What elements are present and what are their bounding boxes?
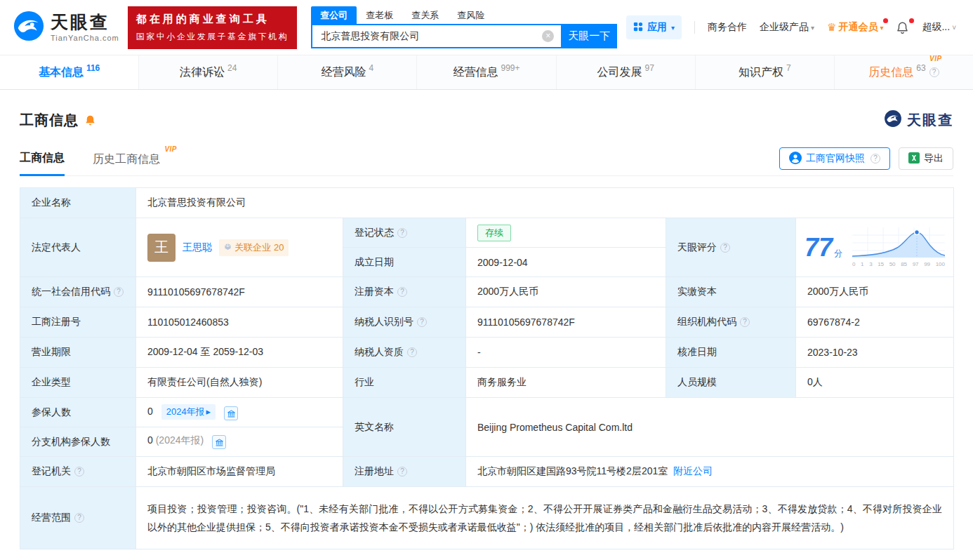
- field-value-english-name: Beijing Prometheus Capital Com.ltd: [466, 398, 954, 457]
- search-tab-boss[interactable]: 查老板: [357, 6, 402, 24]
- tab-count: 63: [916, 63, 925, 73]
- tab-operation-info[interactable]: 经营信息 999+: [417, 55, 556, 89]
- help-icon[interactable]: ?: [397, 228, 407, 238]
- bank-icon-button[interactable]: [224, 406, 238, 420]
- field-value-company-type: 有限责任公司(自然人独资): [136, 368, 343, 398]
- red-dot-badge: [883, 18, 888, 23]
- field-label-insured-count: 参保人数: [20, 398, 136, 427]
- help-icon[interactable]: ?: [871, 154, 880, 164]
- banner-line1: 都在用的商业查询工具: [136, 13, 289, 26]
- field-label-branch-insured: 分支机构参保人数: [20, 427, 136, 457]
- search-area: 查公司 查老板 查关系 查风险 × 天眼一下: [311, 6, 617, 48]
- field-value-industry: 商务服务业: [466, 368, 666, 398]
- field-label-reg-status: 登记状态?: [343, 218, 466, 248]
- arrow-right-icon: ▸: [206, 406, 211, 417]
- subtab-business-info[interactable]: 工商信息: [20, 151, 65, 176]
- table-row: 经营范围? 项目投资；投资管理；投资咨询。("1、未经有关部门批准，不得以公开方…: [20, 487, 954, 549]
- tab-operation-risk[interactable]: 经营风险 4: [278, 55, 417, 89]
- search-input[interactable]: [311, 24, 561, 48]
- tab-label: 基本信息: [39, 65, 84, 80]
- nav-super-vip[interactable]: 超级... ˅: [922, 21, 956, 34]
- help-icon[interactable]: ?: [740, 317, 750, 327]
- help-icon[interactable]: ?: [407, 347, 417, 357]
- tab-intellectual-property[interactable]: 知识产权 7: [696, 55, 835, 89]
- legal-rep-avatar[interactable]: 王: [147, 234, 176, 262]
- official-snapshot-button[interactable]: 工商官网快照 ?: [779, 147, 890, 170]
- table-row: 登记机关? 北京市朝阳区市场监督管理局 注册地址? 北京市朝阳区建国路93号院1…: [20, 457, 954, 487]
- help-icon[interactable]: ?: [720, 243, 730, 253]
- field-label-company-type: 企业类型: [20, 368, 136, 398]
- score-chart-ticks: 01 315 5085 9799 100: [852, 261, 945, 267]
- tab-history-info[interactable]: VIP 历史信息 63 ?: [835, 55, 973, 89]
- subscribe-bell-icon[interactable]: [84, 114, 96, 126]
- field-label-staff-size: 人员规模: [666, 368, 796, 398]
- nav-super-label: 超级...: [922, 21, 950, 34]
- help-icon[interactable]: ?: [74, 513, 84, 523]
- help-icon[interactable]: ?: [397, 467, 407, 476]
- field-label-english-name: 英文名称: [343, 398, 466, 457]
- logo-subtitle: TianYanCha.com: [51, 34, 119, 42]
- field-value-reg-status: 存续: [466, 218, 666, 248]
- vip-tag: VIP: [929, 55, 942, 62]
- field-label-taxpayer-quality: 纳税人资质?: [343, 338, 466, 368]
- related-companies-count: 20: [274, 242, 284, 253]
- cube-icon: [224, 242, 232, 253]
- field-label-reg-authority: 登记机关?: [20, 457, 136, 487]
- annual-report-link[interactable]: 2024年报 ▸: [161, 404, 216, 420]
- search-button[interactable]: 天眼一下: [561, 24, 617, 48]
- help-icon[interactable]: ?: [417, 317, 427, 327]
- person-circle-icon: [789, 152, 802, 166]
- help-icon[interactable]: ?: [74, 467, 84, 476]
- field-value-credit-code: 91110105697678742F: [136, 277, 343, 307]
- tab-label: 历史信息: [868, 65, 913, 80]
- legal-rep-name-link[interactable]: 王思聪: [183, 241, 212, 254]
- help-icon[interactable]: ?: [929, 67, 939, 77]
- help-icon[interactable]: ?: [114, 287, 124, 297]
- tab-count: 116: [86, 63, 100, 73]
- nav-open-vip[interactable]: ♛ 开通会员 ▾: [827, 21, 883, 34]
- field-value-taxpayer-id: 91110105697678742F: [466, 307, 666, 338]
- tab-company-development[interactable]: 公司发展 97: [557, 55, 696, 89]
- nav-cooperation-label: 商务合作: [708, 21, 747, 34]
- bank-icon-button[interactable]: [212, 435, 226, 449]
- top-nav: 应用 ▾ 商务合作 企业级产品 ▾ ♛ 开通会员 ▾: [626, 15, 956, 39]
- table-row: 法定代表人 王 王思聪 关联企业: [20, 218, 954, 248]
- search-tab-risk[interactable]: 查风险: [448, 6, 494, 24]
- nearby-companies-link[interactable]: 附近公司: [673, 465, 713, 476]
- search-tab-company[interactable]: 查公司: [311, 6, 357, 24]
- tab-label: 知识产权: [739, 65, 783, 80]
- field-label-reg-capital: 注册资本?: [343, 277, 466, 307]
- notification-bell-icon[interactable]: [896, 21, 909, 34]
- export-button[interactable]: 导出: [899, 147, 953, 170]
- table-row: 企业类型 有限责任公司(自然人独资) 行业 商务服务业 人员规模 0人: [20, 368, 954, 398]
- field-value-legal-rep: 王 王思聪 关联企业 20: [136, 218, 343, 277]
- field-label-score: 天眼评分?: [666, 218, 796, 277]
- tab-legal-proceedings[interactable]: 法律诉讼 24: [139, 55, 278, 89]
- section-title: 工商信息: [20, 111, 79, 130]
- logo-title: 天眼查: [51, 13, 119, 32]
- field-value-reg-capital: 2000万人民币: [466, 277, 666, 307]
- subtab-history-business-info[interactable]: 历史工商信息 VIP: [93, 152, 160, 175]
- apps-menu-button[interactable]: 应用 ▾: [626, 15, 682, 39]
- related-companies-badge[interactable]: 关联企业 20: [219, 239, 289, 256]
- table-row: 工商注册号 110105012460853 纳税人识别号? 9111010569…: [20, 307, 954, 338]
- chevron-down-icon: ˅: [952, 24, 956, 32]
- tab-count: 24: [227, 63, 237, 73]
- search-tab-relation[interactable]: 查关系: [402, 6, 448, 24]
- field-label-reg-address: 注册地址?: [343, 457, 466, 487]
- field-value-staff-size: 0人: [796, 368, 954, 398]
- field-value-branch-insured: 0 (2024年报): [136, 427, 343, 457]
- field-label-approval-date: 核准日期: [666, 338, 796, 368]
- field-label-reg-number: 工商注册号: [20, 307, 136, 338]
- tab-count: 7: [786, 63, 791, 73]
- field-value-insured-count: 0 2024年报 ▸: [136, 398, 343, 427]
- nav-business-cooperation[interactable]: 商务合作: [708, 21, 747, 34]
- tab-basic-info[interactable]: 基本信息 116: [0, 55, 139, 89]
- help-icon[interactable]: ?: [397, 287, 407, 297]
- tianyancha-logo[interactable]: 天眼查 TianYanCha.com: [13, 10, 119, 45]
- nav-enterprise-products[interactable]: 企业级产品 ▾: [760, 21, 814, 34]
- score-number: 77分: [805, 235, 842, 260]
- table-row: 统一社会信用代码? 91110105697678742F 注册资本? 2000万…: [20, 277, 954, 307]
- related-companies-label: 关联企业: [234, 241, 271, 254]
- field-label-business-term: 营业期限: [20, 338, 136, 368]
